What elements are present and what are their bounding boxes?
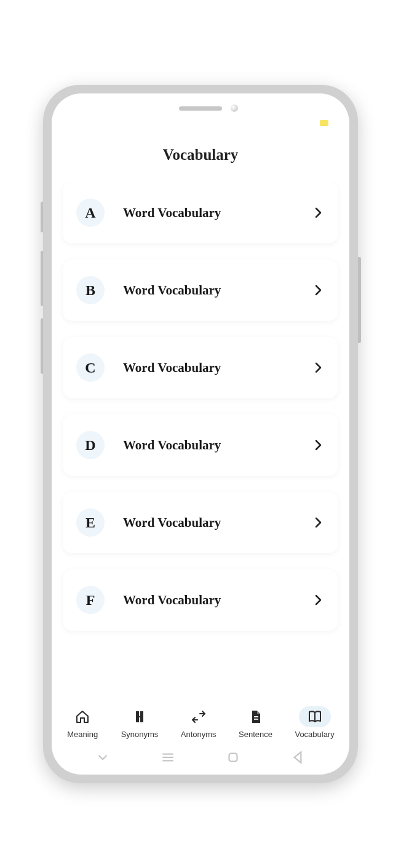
side-button: [41, 202, 43, 232]
android-recents-button[interactable]: [160, 749, 176, 765]
letter-badge: F: [76, 586, 105, 614]
chevron-right-icon: [312, 516, 325, 529]
list-item[interactable]: C Word Vocabulary: [63, 337, 338, 398]
bottom-nav: Meaning Synonyms Antonyms: [52, 699, 349, 744]
letter-badge: D: [76, 431, 105, 459]
letter-badge: E: [76, 508, 105, 537]
nav-label: Meaning: [67, 730, 98, 739]
nav-label: Antonyms: [181, 730, 216, 739]
list-item-label: Word Vocabulary: [123, 360, 312, 376]
synonyms-icon: [132, 709, 147, 724]
page-title: Vocabulary: [52, 146, 349, 164]
android-home-button[interactable]: [225, 749, 241, 765]
header: Vocabulary: [52, 129, 349, 182]
nav-label: Synonyms: [121, 730, 159, 739]
list-item[interactable]: A Word Vocabulary: [63, 182, 338, 243]
front-camera: [231, 105, 238, 112]
nav-item-antonyms[interactable]: Antonyms: [180, 704, 218, 741]
side-button: [358, 257, 361, 343]
nav-item-vocabulary[interactable]: Vocabulary: [293, 704, 335, 741]
phone-frame: Vocabulary A Word Vocabulary B Word Voca…: [43, 85, 358, 783]
chevron-right-icon: [312, 207, 325, 219]
svg-rect-1: [254, 719, 258, 720]
letter-badge: B: [76, 276, 105, 304]
chevron-right-icon: [312, 284, 325, 296]
chevron-right-icon: [312, 361, 325, 374]
nav-label: Vocabulary: [295, 730, 334, 739]
device-notch: [52, 100, 349, 117]
svg-rect-0: [254, 716, 258, 717]
android-more-button[interactable]: [95, 749, 111, 765]
list-item[interactable]: E Word Vocabulary: [63, 492, 338, 553]
android-nav-bar: [52, 744, 349, 775]
letter-badge: C: [76, 353, 105, 382]
list-item-label: Word Vocabulary: [123, 593, 312, 608]
battery-icon: [320, 120, 328, 126]
document-icon: [248, 709, 263, 724]
book-icon: [308, 709, 322, 724]
list-item[interactable]: F Word Vocabulary: [63, 569, 338, 631]
list-item-label: Word Vocabulary: [123, 438, 312, 453]
nav-item-sentence[interactable]: Sentence: [237, 704, 274, 741]
vocabulary-list: A Word Vocabulary B Word Vocabulary C Wo…: [52, 182, 349, 699]
antonyms-icon: [191, 709, 206, 724]
list-item-label: Word Vocabulary: [123, 205, 312, 221]
nav-item-meaning[interactable]: Meaning: [65, 704, 100, 741]
side-button: [41, 318, 43, 374]
letter-badge: A: [76, 199, 105, 227]
list-item[interactable]: B Word Vocabulary: [63, 259, 338, 321]
speaker-grille: [179, 106, 222, 111]
screen: Vocabulary A Word Vocabulary B Word Voca…: [52, 93, 349, 775]
nav-item-synonyms[interactable]: Synonyms: [120, 704, 160, 741]
svg-rect-5: [229, 754, 237, 762]
status-bar: [52, 117, 349, 129]
side-button: [41, 251, 43, 306]
list-item[interactable]: D Word Vocabulary: [63, 414, 338, 476]
home-icon: [75, 709, 90, 724]
list-item-label: Word Vocabulary: [123, 283, 312, 298]
chevron-right-icon: [312, 594, 325, 606]
chevron-right-icon: [312, 439, 325, 451]
nav-label: Sentence: [239, 730, 272, 739]
list-item-label: Word Vocabulary: [123, 515, 312, 531]
android-back-button[interactable]: [290, 749, 306, 765]
